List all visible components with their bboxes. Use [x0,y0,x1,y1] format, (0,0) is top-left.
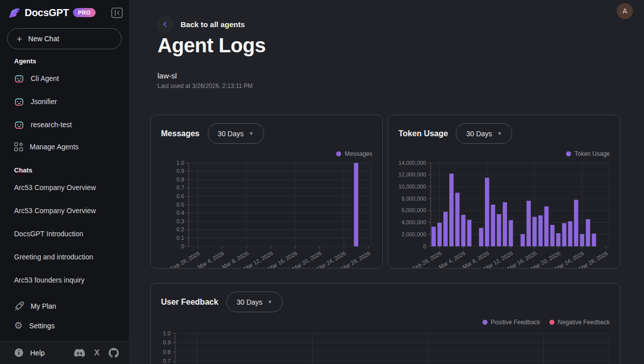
sidebar-item-manage-agents[interactable]: Manage Agents [0,136,129,157]
sidebar-item-settings[interactable]: ⚙︎ Settings [0,316,129,335]
sidebar-item-jsonifier[interactable]: Jsonifier [0,90,129,113]
back-circle [156,15,174,33]
chat-item[interactable]: Arc53 Company Overview [0,176,129,199]
charts-row: Messages 30 Days ▼ Messages 00.10.20.30.… [150,115,620,268]
token-usage-legend: Token Usage [398,150,610,158]
svg-text:0.6: 0.6 [177,193,184,199]
svg-text:0.7: 0.7 [163,358,171,364]
legend-dot [336,151,341,156]
svg-text:4,000,000: 4,000,000 [401,219,426,225]
svg-text:14,000,000: 14,000,000 [398,160,426,166]
help-strip: Help X [0,341,129,364]
sidebar-item-label: Manage Agents [30,143,78,151]
svg-text:1.0: 1.0 [163,330,171,336]
legend-dot [549,320,554,325]
svg-text:0.8: 0.8 [177,176,184,183]
github-icon[interactable] [109,348,119,358]
back-to-agents-button[interactable]: Back to all agents [156,15,245,33]
svg-text:Feb 28, 2026: Feb 28, 2026 [170,250,201,268]
user-feedback-range-dropdown[interactable]: 30 Days ▼ [226,292,283,312]
svg-text:2,000,000: 2,000,000 [401,231,426,237]
agent-meta: law-sl Last used at 3/26/2026, 2:13:11 P… [157,71,253,89]
user-feedback-bar-chart: 00.10.20.30.40.50.60.70.80.91.0Feb 28, 2… [161,329,611,364]
docsgpt-logo-icon [7,6,21,20]
chevron-left-icon [162,21,169,28]
settings-label: Settings [29,322,55,330]
chat-item-label: DocsGPT Introduction [14,230,83,238]
messages-legend: Messages [161,150,372,158]
svg-text:0.9: 0.9 [177,168,184,174]
sidebar: DocsGPT PRO + New Chat Agents Cli Agent [0,0,129,364]
legend-label: Messages [345,150,372,157]
x-twitter-icon[interactable]: X [94,348,100,357]
token-usage-bar-chart: 02,000,0004,000,0006,000,0008,000,00010,… [398,159,611,268]
range-label: 30 Days [218,130,244,138]
legend-dot [482,320,488,325]
token-usage-range-dropdown[interactable]: 30 Days ▼ [456,123,512,144]
svg-text:12,000,000: 12,000,000 [398,171,426,177]
sidebar-item-label: Jsonifier [31,98,57,106]
messages-range-dropdown[interactable]: 30 Days ▼ [208,123,264,144]
back-label: Back to all agents [181,20,245,29]
messages-panel: Messages 30 Days ▼ Messages 00.10.20.30.… [150,115,383,268]
new-chat-label: New Chat [28,35,59,43]
robot-icon [14,97,24,107]
svg-text:0.9: 0.9 [163,339,171,345]
main-content: A Back to all agents Agent Logs law-sl L… [129,0,644,364]
sidebar-item-label: Cli Agent [31,74,59,82]
social-links: X [74,348,119,358]
svg-text:0.2: 0.2 [177,226,184,232]
page-title: Agent Logs [157,34,266,57]
collapse-sidebar-button[interactable] [111,8,123,18]
chevron-down-icon: ▼ [249,131,254,136]
range-label: 30 Days [236,298,262,306]
messages-bar-chart: 00.10.20.30.40.50.60.70.80.91.0Feb 28, 2… [161,159,373,268]
messages-panel-title: Messages [161,129,200,138]
info-icon [14,348,24,357]
user-feedback-panel-title: User Feedback [161,298,218,307]
svg-text:0: 0 [423,243,426,249]
svg-text:8,000,000: 8,000,000 [401,196,426,202]
token-usage-panel-title: Token Usage [398,129,448,138]
chat-item[interactable]: DocsGPT Introduction [0,222,129,245]
legend-label: Negative Feedback [558,319,610,326]
chat-item[interactable]: Arc53 founders inquiry [0,268,129,292]
chat-item[interactable]: Greeting and introduction [0,245,129,268]
chat-item-label: Arc53 Company Overview [14,184,96,192]
pro-badge: PRO [73,8,96,17]
new-chat-button[interactable]: + New Chat [7,28,122,49]
svg-text:10,000,000: 10,000,000 [398,184,426,190]
chat-item-label: Arc53 founders inquiry [14,276,85,284]
legend-dot [566,151,571,156]
rocket-icon [14,301,24,311]
chat-item-label: Greeting and introduction [14,253,93,261]
range-label: 30 Days [466,130,492,138]
avatar[interactable]: A [617,3,633,19]
legend-label: Token Usage [575,150,610,157]
svg-text:1.0: 1.0 [177,160,184,166]
svg-text:0.3: 0.3 [177,218,184,224]
chats-section-header: Chats [14,166,129,174]
sidebar-item-cli-agent[interactable]: Cli Agent [0,67,129,90]
svg-text:0.5: 0.5 [177,202,184,208]
help-label: Help [30,349,45,357]
sidebar-bottom: My Plan ⚙︎ Settings [0,296,129,335]
agent-last-used: Last used at 3/26/2026, 2:13:11 PM [157,82,253,89]
agent-name: law-sl [157,71,253,80]
robot-icon [14,74,24,83]
sidebar-item-help[interactable]: Help [14,348,45,357]
sidebar-item-my-plan[interactable]: My Plan [0,296,129,316]
my-plan-label: My Plan [31,302,56,310]
collapse-sidebar-icon [111,8,123,18]
svg-text:0: 0 [181,243,184,249]
discord-icon[interactable] [74,348,85,357]
user-feedback-panel: User Feedback 30 Days ▼ Positive Feedbac… [150,283,620,364]
sidebar-item-research-test[interactable]: research-test [0,113,129,136]
sidebar-header: DocsGPT PRO [0,0,129,20]
token-usage-panel: Token Usage 30 Days ▼ Token Usage 02,000… [388,115,620,268]
plus-icon: + [17,34,22,44]
chevron-down-icon: ▼ [497,131,502,136]
chat-item[interactable]: Arc53 Company Overview [0,199,129,222]
user-feedback-legend: Positive Feedback Negative Feedback [161,318,610,326]
svg-text:0.1: 0.1 [177,235,184,241]
